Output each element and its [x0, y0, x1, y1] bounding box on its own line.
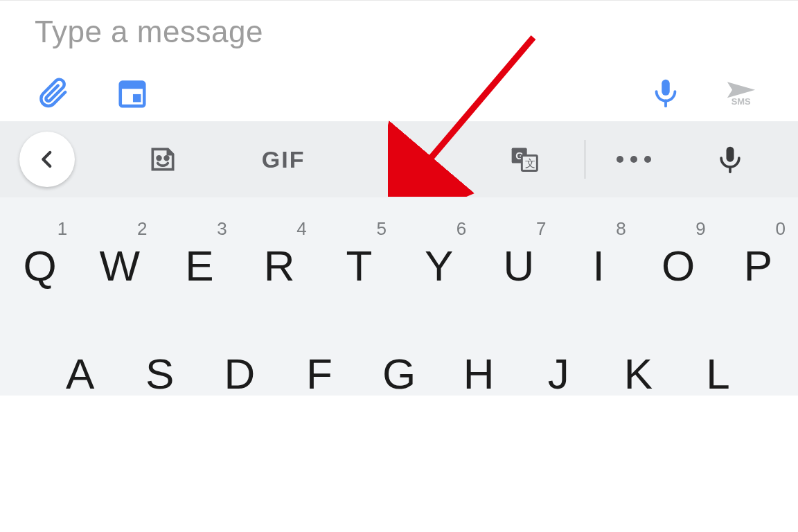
- compose-area: Type a message: [0, 0, 798, 121]
- key-hint: 7: [536, 218, 546, 240]
- key-label: D: [224, 353, 255, 396]
- settings-button[interactable]: [344, 121, 464, 197]
- more-button[interactable]: [585, 121, 682, 197]
- key-label: K: [624, 353, 653, 396]
- key-label: U: [503, 245, 534, 287]
- message-input[interactable]: Type a message: [35, 15, 798, 49]
- key-e[interactable]: E3: [159, 218, 239, 287]
- key-s[interactable]: S: [120, 326, 200, 396]
- voice-input-button[interactable]: [682, 121, 779, 197]
- mic-icon[interactable]: [647, 74, 684, 112]
- key-u[interactable]: U7: [479, 218, 558, 287]
- keyboard-toolbar: GIF G文: [0, 121, 798, 197]
- key-label: T: [346, 245, 372, 287]
- key-p[interactable]: P0: [718, 218, 798, 287]
- key-label: Y: [425, 245, 453, 287]
- key-label: W: [100, 245, 141, 287]
- svg-text:文: 文: [525, 158, 535, 169]
- key-q[interactable]: Q1: [0, 218, 80, 287]
- key-a[interactable]: A: [40, 326, 120, 396]
- key-hint: 9: [695, 218, 705, 240]
- send-sms-button[interactable]: SMS: [716, 74, 766, 112]
- key-label: F: [306, 353, 332, 396]
- svg-rect-12: [727, 147, 734, 162]
- key-hint: 2: [137, 218, 147, 240]
- key-hint: 5: [377, 218, 387, 240]
- key-hint: 0: [776, 218, 786, 240]
- key-y[interactable]: Y6: [399, 218, 479, 287]
- svg-point-6: [157, 157, 161, 160]
- key-label: S: [145, 353, 174, 396]
- key-label: E: [185, 245, 213, 287]
- svg-rect-2: [133, 94, 141, 103]
- key-label: P: [744, 245, 772, 287]
- keyboard-row-1: Q1W2E3R4T5Y6U7I8O9P0: [0, 218, 798, 287]
- key-hint: 8: [616, 218, 626, 240]
- svg-point-7: [165, 157, 168, 160]
- key-label: I: [592, 245, 604, 287]
- key-label: J: [548, 353, 569, 396]
- keyboard: Q1W2E3R4T5Y6U7I8O9P0 ASDFGHJKL: [0, 197, 798, 396]
- svg-rect-1: [121, 82, 145, 89]
- key-o[interactable]: O9: [639, 218, 718, 287]
- translate-button[interactable]: G文: [464, 121, 585, 197]
- key-w[interactable]: W2: [80, 218, 159, 287]
- key-hint: 6: [456, 218, 466, 240]
- key-hint: 4: [296, 218, 306, 240]
- key-label: L: [706, 353, 729, 396]
- key-label: A: [66, 353, 94, 396]
- sticker-button[interactable]: [103, 121, 223, 197]
- key-hint: 1: [57, 218, 67, 240]
- gif-button[interactable]: GIF: [223, 121, 344, 197]
- attach-icon[interactable]: [35, 74, 72, 112]
- key-f[interactable]: F: [279, 326, 359, 396]
- key-label: Q: [23, 245, 56, 287]
- key-d[interactable]: D: [200, 326, 279, 396]
- key-k[interactable]: K: [598, 326, 678, 396]
- collapse-button[interactable]: [19, 132, 75, 187]
- calendar-icon[interactable]: [114, 74, 151, 112]
- key-label: O: [662, 245, 695, 287]
- key-label: G: [382, 353, 416, 396]
- key-hint: 3: [217, 218, 227, 240]
- key-t[interactable]: T5: [319, 218, 399, 287]
- key-j[interactable]: J: [519, 326, 598, 396]
- compose-icon-row: SMS: [35, 74, 798, 112]
- key-label: H: [463, 353, 495, 396]
- key-label: R: [264, 245, 295, 287]
- svg-rect-3: [662, 80, 670, 96]
- key-i[interactable]: I8: [558, 218, 638, 287]
- key-h[interactable]: H: [439, 326, 519, 396]
- key-g[interactable]: G: [359, 326, 438, 396]
- svg-text:SMS: SMS: [732, 96, 751, 107]
- keyboard-row-2: ASDFGHJKL: [0, 326, 798, 396]
- key-r[interactable]: R4: [240, 218, 319, 287]
- key-l[interactable]: L: [678, 326, 758, 396]
